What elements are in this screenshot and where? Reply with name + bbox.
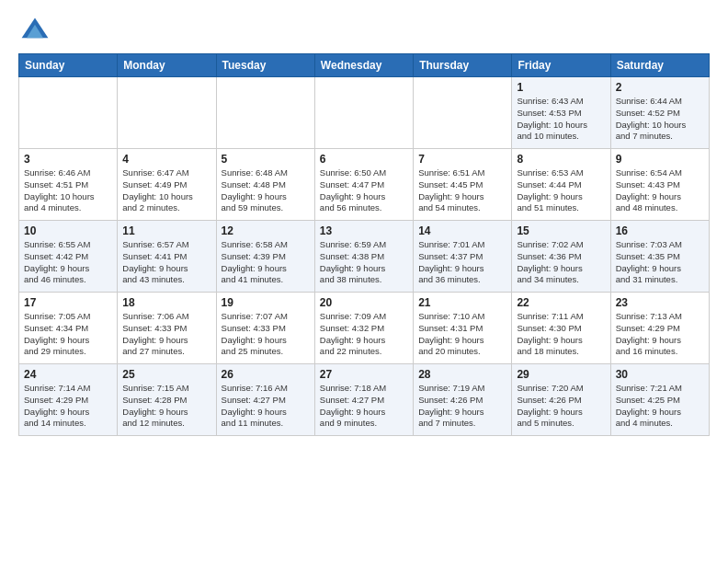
- day-number: 1: [517, 81, 605, 94]
- weekday-header: Wednesday: [314, 54, 413, 77]
- day-info: Sunrise: 7:11 AM Sunset: 4:30 PM Dayligh…: [517, 311, 605, 358]
- day-number: 30: [616, 368, 704, 381]
- day-info: Sunrise: 7:18 AM Sunset: 4:27 PM Dayligh…: [320, 383, 408, 430]
- day-info: Sunrise: 6:57 AM Sunset: 4:41 PM Dayligh…: [122, 239, 210, 286]
- calendar: SundayMondayTuesdayWednesdayThursdayFrid…: [18, 53, 710, 436]
- calendar-cell: 15Sunrise: 7:02 AM Sunset: 4:36 PM Dayli…: [512, 221, 610, 293]
- calendar-cell: 11Sunrise: 6:57 AM Sunset: 4:41 PM Dayli…: [118, 221, 216, 293]
- day-info: Sunrise: 6:53 AM Sunset: 4:44 PM Dayligh…: [517, 167, 605, 214]
- day-info: Sunrise: 7:15 AM Sunset: 4:28 PM Dayligh…: [122, 383, 210, 430]
- day-number: 22: [517, 296, 605, 309]
- day-info: Sunrise: 7:16 AM Sunset: 4:27 PM Dayligh…: [222, 383, 310, 430]
- day-number: 29: [517, 368, 605, 381]
- calendar-cell: 12Sunrise: 6:58 AM Sunset: 4:39 PM Dayli…: [216, 221, 314, 293]
- calendar-cell: 14Sunrise: 7:01 AM Sunset: 4:37 PM Dayli…: [414, 221, 512, 293]
- day-number: 16: [616, 224, 704, 237]
- calendar-cell: 30Sunrise: 7:21 AM Sunset: 4:25 PM Dayli…: [610, 364, 709, 436]
- day-number: 26: [222, 368, 310, 381]
- calendar-cell: 7Sunrise: 6:51 AM Sunset: 4:45 PM Daylig…: [414, 149, 512, 221]
- day-number: 4: [122, 153, 210, 166]
- weekday-header: Thursday: [414, 54, 512, 77]
- weekday-header: Friday: [512, 54, 610, 77]
- day-info: Sunrise: 6:51 AM Sunset: 4:45 PM Dayligh…: [418, 167, 506, 214]
- calendar-cell: 29Sunrise: 7:20 AM Sunset: 4:26 PM Dayli…: [512, 364, 610, 436]
- calendar-cell: 18Sunrise: 7:06 AM Sunset: 4:33 PM Dayli…: [118, 293, 216, 364]
- day-number: 20: [320, 296, 408, 309]
- calendar-cell: 5Sunrise: 6:48 AM Sunset: 4:48 PM Daylig…: [216, 149, 314, 221]
- day-info: Sunrise: 6:55 AM Sunset: 4:42 PM Dayligh…: [24, 239, 112, 286]
- day-number: 11: [122, 224, 210, 237]
- day-info: Sunrise: 7:03 AM Sunset: 4:35 PM Dayligh…: [616, 239, 704, 286]
- header: [18, 15, 710, 48]
- calendar-week-row: 24Sunrise: 7:14 AM Sunset: 4:29 PM Dayli…: [19, 364, 710, 436]
- calendar-body: 1Sunrise: 6:43 AM Sunset: 4:53 PM Daylig…: [19, 77, 710, 436]
- day-number: 27: [320, 368, 408, 381]
- day-number: 21: [418, 296, 506, 309]
- day-number: 17: [24, 296, 112, 309]
- calendar-week-row: 10Sunrise: 6:55 AM Sunset: 4:42 PM Dayli…: [19, 221, 710, 293]
- weekday-header: Sunday: [19, 54, 118, 77]
- day-info: Sunrise: 7:19 AM Sunset: 4:26 PM Dayligh…: [418, 383, 506, 430]
- day-info: Sunrise: 7:14 AM Sunset: 4:29 PM Dayligh…: [24, 383, 112, 430]
- weekday-header: Saturday: [610, 54, 709, 77]
- calendar-week-row: 1Sunrise: 6:43 AM Sunset: 4:53 PM Daylig…: [19, 77, 710, 149]
- day-info: Sunrise: 6:44 AM Sunset: 4:52 PM Dayligh…: [616, 96, 704, 143]
- calendar-cell: 26Sunrise: 7:16 AM Sunset: 4:27 PM Dayli…: [216, 364, 314, 436]
- day-info: Sunrise: 6:50 AM Sunset: 4:47 PM Dayligh…: [320, 167, 408, 214]
- weekday-row: SundayMondayTuesdayWednesdayThursdayFrid…: [19, 54, 710, 77]
- calendar-cell: 9Sunrise: 6:54 AM Sunset: 4:43 PM Daylig…: [610, 149, 709, 221]
- day-number: 2: [616, 81, 704, 94]
- logo-icon: [18, 15, 51, 48]
- day-info: Sunrise: 7:13 AM Sunset: 4:29 PM Dayligh…: [616, 311, 704, 358]
- day-number: 25: [122, 368, 210, 381]
- calendar-cell: 17Sunrise: 7:05 AM Sunset: 4:34 PM Dayli…: [19, 293, 118, 364]
- calendar-cell: 21Sunrise: 7:10 AM Sunset: 4:31 PM Dayli…: [414, 293, 512, 364]
- calendar-cell: 24Sunrise: 7:14 AM Sunset: 4:29 PM Dayli…: [19, 364, 118, 436]
- day-info: Sunrise: 7:06 AM Sunset: 4:33 PM Dayligh…: [122, 311, 210, 358]
- page: SundayMondayTuesdayWednesdayThursdayFrid…: [0, 0, 728, 445]
- calendar-cell: 25Sunrise: 7:15 AM Sunset: 4:28 PM Dayli…: [118, 364, 216, 436]
- calendar-cell: 8Sunrise: 6:53 AM Sunset: 4:44 PM Daylig…: [512, 149, 610, 221]
- day-number: 8: [517, 153, 605, 166]
- day-number: 10: [24, 224, 112, 237]
- calendar-cell: 20Sunrise: 7:09 AM Sunset: 4:32 PM Dayli…: [314, 293, 413, 364]
- day-number: 6: [320, 153, 408, 166]
- day-info: Sunrise: 6:58 AM Sunset: 4:39 PM Dayligh…: [222, 239, 310, 286]
- day-info: Sunrise: 7:05 AM Sunset: 4:34 PM Dayligh…: [24, 311, 112, 358]
- calendar-cell: [19, 77, 118, 149]
- weekday-header: Tuesday: [216, 54, 314, 77]
- calendar-cell: 1Sunrise: 6:43 AM Sunset: 4:53 PM Daylig…: [512, 77, 610, 149]
- day-info: Sunrise: 6:48 AM Sunset: 4:48 PM Dayligh…: [222, 167, 310, 214]
- day-number: 5: [222, 153, 310, 166]
- day-info: Sunrise: 6:59 AM Sunset: 4:38 PM Dayligh…: [320, 239, 408, 286]
- day-info: Sunrise: 7:01 AM Sunset: 4:37 PM Dayligh…: [418, 239, 506, 286]
- calendar-cell: 22Sunrise: 7:11 AM Sunset: 4:30 PM Dayli…: [512, 293, 610, 364]
- day-number: 24: [24, 368, 112, 381]
- day-info: Sunrise: 7:10 AM Sunset: 4:31 PM Dayligh…: [418, 311, 506, 358]
- day-number: 7: [418, 153, 506, 166]
- day-info: Sunrise: 7:21 AM Sunset: 4:25 PM Dayligh…: [616, 383, 704, 430]
- calendar-cell: 10Sunrise: 6:55 AM Sunset: 4:42 PM Dayli…: [19, 221, 118, 293]
- calendar-cell: 19Sunrise: 7:07 AM Sunset: 4:33 PM Dayli…: [216, 293, 314, 364]
- day-number: 15: [517, 224, 605, 237]
- day-number: 19: [222, 296, 310, 309]
- calendar-week-row: 17Sunrise: 7:05 AM Sunset: 4:34 PM Dayli…: [19, 293, 710, 364]
- calendar-week-row: 3Sunrise: 6:46 AM Sunset: 4:51 PM Daylig…: [19, 149, 710, 221]
- calendar-cell: [414, 77, 512, 149]
- day-info: Sunrise: 6:46 AM Sunset: 4:51 PM Dayligh…: [24, 167, 112, 214]
- calendar-cell: 4Sunrise: 6:47 AM Sunset: 4:49 PM Daylig…: [118, 149, 216, 221]
- day-info: Sunrise: 7:09 AM Sunset: 4:32 PM Dayligh…: [320, 311, 408, 358]
- calendar-cell: 16Sunrise: 7:03 AM Sunset: 4:35 PM Dayli…: [610, 221, 709, 293]
- calendar-cell: 6Sunrise: 6:50 AM Sunset: 4:47 PM Daylig…: [314, 149, 413, 221]
- calendar-cell: [216, 77, 314, 149]
- day-info: Sunrise: 6:47 AM Sunset: 4:49 PM Dayligh…: [122, 167, 210, 214]
- day-number: 13: [320, 224, 408, 237]
- calendar-cell: 13Sunrise: 6:59 AM Sunset: 4:38 PM Dayli…: [314, 221, 413, 293]
- calendar-header: SundayMondayTuesdayWednesdayThursdayFrid…: [19, 54, 710, 77]
- calendar-cell: [314, 77, 413, 149]
- day-info: Sunrise: 6:54 AM Sunset: 4:43 PM Dayligh…: [616, 167, 704, 214]
- calendar-cell: 2Sunrise: 6:44 AM Sunset: 4:52 PM Daylig…: [610, 77, 709, 149]
- day-number: 28: [418, 368, 506, 381]
- calendar-cell: 28Sunrise: 7:19 AM Sunset: 4:26 PM Dayli…: [414, 364, 512, 436]
- day-number: 23: [616, 296, 704, 309]
